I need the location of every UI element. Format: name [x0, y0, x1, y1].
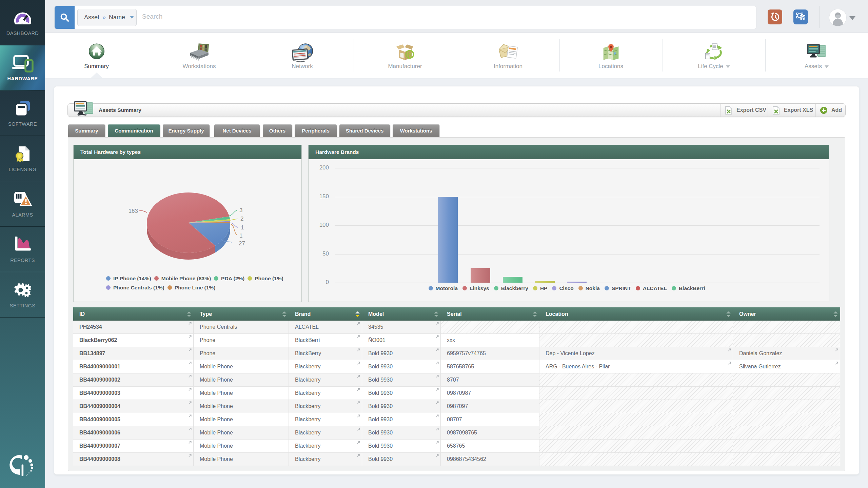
svg-text:1: 1: [239, 232, 242, 239]
svg-text:1: 1: [241, 224, 244, 231]
svg-text:3: 3: [239, 207, 242, 214]
svg-text:163: 163: [129, 208, 138, 214]
svg-text:27: 27: [239, 240, 245, 247]
svg-text:2: 2: [240, 216, 243, 222]
svg-text:R: R: [408, 52, 412, 58]
